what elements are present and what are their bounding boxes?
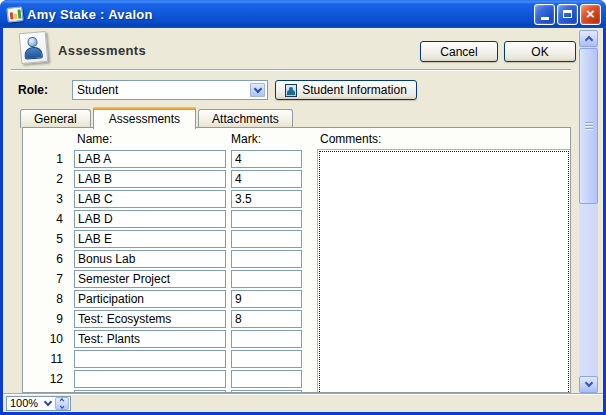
mark-column-header: Mark: [231,132,261,146]
assessment-name-input[interactable] [74,170,226,188]
assessment-rows: 123456789101112 [23,149,313,393]
assessment-name-input[interactable] [74,270,226,288]
cancel-button[interactable]: Cancel [420,41,498,62]
person-icon [285,84,297,97]
assessment-mark-input[interactable] [231,150,302,168]
scrollbar-thumb[interactable] [579,48,598,204]
maximize-button[interactable] [557,4,578,25]
row-number: 12 [23,372,63,386]
chevron-up-icon [60,398,65,403]
assessment-row: 6 [23,249,313,269]
tab-bar: General Assessments Attachments [20,107,295,128]
role-label: Role: [18,83,48,97]
assessments-panel: Name: Mark: Comments: 123456789101112 [22,127,571,393]
app-icon [6,6,23,23]
assessment-row [23,389,313,393]
row-number: 4 [23,212,63,226]
vertical-scrollbar[interactable] [579,30,598,393]
chevron-up-icon [584,36,592,44]
assessment-row: 2 [23,169,313,189]
comments-textarea[interactable] [319,151,569,393]
assessment-name-input[interactable] [74,370,226,388]
dialog-body: Assessments Cancel OK Role: Student Stud… [3,28,603,412]
assessment-name-input[interactable] [74,250,226,268]
row-number: 2 [23,172,63,186]
assessment-row: 11 [23,349,313,369]
page-title: Assessments [58,43,146,58]
row-number: 9 [23,312,63,326]
assessment-row: 5 [23,229,313,249]
chevron-down-icon [44,397,52,405]
chevron-down-icon [60,404,65,409]
chevron-down-icon [584,379,592,387]
header-separator [11,69,571,71]
minimize-icon [541,17,549,20]
assessment-name-input[interactable] [74,210,226,228]
assessment-mark-input[interactable] [231,190,302,208]
dialog-window: Amy Stake : Avalon × Assessments Cancel … [0,0,606,415]
role-selected-value: Student [73,83,248,97]
assessment-row: 1 [23,149,313,169]
row-number: 11 [23,352,63,366]
tab-attachments[interactable]: Attachments [198,109,293,128]
assessment-name-input[interactable] [74,390,226,393]
row-number: 6 [23,252,63,266]
tab-general[interactable]: General [20,109,91,128]
scroll-up-button[interactable] [579,30,598,47]
status-bar: 100% [3,393,603,412]
assessment-mark-input[interactable] [231,310,302,328]
assessment-mark-input[interactable] [231,370,302,388]
tab-assessments[interactable]: Assessments [93,107,196,129]
row-number: 8 [23,292,63,306]
chevron-down-icon [253,84,261,92]
assessment-mark-input[interactable] [231,350,302,368]
student-information-label: Student Information [302,83,407,97]
assessment-row: 3 [23,189,313,209]
thumb-grip-icon [585,122,593,131]
assessment-mark-input[interactable] [231,230,302,248]
zoom-level: 100% [7,397,41,409]
row-number: 1 [23,152,63,166]
assessment-mark-input[interactable] [231,250,302,268]
assessment-row: 8 [23,289,313,309]
zoom-dropdown-button[interactable] [41,397,55,410]
role-select[interactable]: Student [72,80,268,100]
assessment-mark-input[interactable] [231,290,302,308]
window-title: Amy Stake : Avalon [27,7,532,22]
ok-button[interactable]: OK [504,41,576,62]
student-information-button[interactable]: Student Information [275,80,417,100]
maximize-icon [563,10,572,18]
close-button[interactable]: × [580,4,601,25]
assessment-name-input[interactable] [74,190,226,208]
row-number: 5 [23,232,63,246]
assessment-name-input[interactable] [74,330,226,348]
assessment-name-input[interactable] [74,230,226,248]
title-bar[interactable]: Amy Stake : Avalon × [0,0,606,28]
assessment-row: 7 [23,269,313,289]
name-column-header: Name: [77,132,112,146]
scroll-down-button[interactable] [579,376,598,393]
comments-label: Comments: [320,132,381,146]
combo-dropdown-button[interactable] [249,82,266,98]
row-number: 3 [23,192,63,206]
assessment-row: 9 [23,309,313,329]
row-number: 7 [23,272,63,286]
minimize-button[interactable] [534,4,555,25]
comments-box [317,149,571,393]
assessment-name-input[interactable] [74,350,226,368]
assessment-mark-input[interactable] [231,330,302,348]
assessment-row: 10 [23,329,313,349]
assessment-row: 4 [23,209,313,229]
assessment-mark-input[interactable] [231,170,302,188]
assessments-person-icon [19,31,49,64]
row-number: 10 [23,332,63,346]
assessment-mark-input[interactable] [231,390,302,393]
close-icon: × [586,6,595,21]
assessment-mark-input[interactable] [231,270,302,288]
zoom-stepper[interactable] [55,397,69,410]
zoom-control: 100% [6,396,71,411]
assessment-name-input[interactable] [74,310,226,328]
assessment-name-input[interactable] [74,150,226,168]
assessment-name-input[interactable] [74,290,226,308]
assessment-mark-input[interactable] [231,210,302,228]
